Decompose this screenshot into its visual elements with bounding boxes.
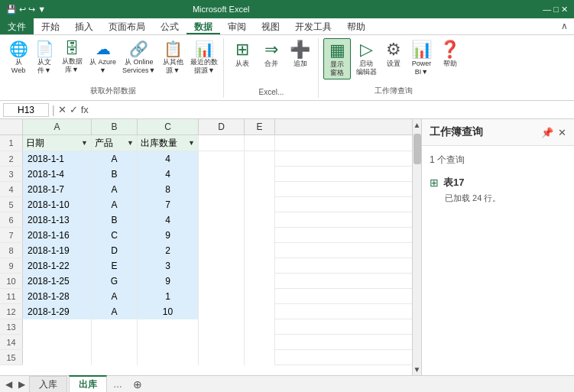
cell[interactable] <box>199 182 245 197</box>
btn-powerbi[interactable]: 📊 PowerBI▼ <box>407 38 435 78</box>
cell[interactable] <box>199 167 245 182</box>
dropdown-arrow-c[interactable]: ▼ <box>188 135 195 151</box>
tab-file[interactable]: 文件 <box>0 18 34 34</box>
cell[interactable]: D <box>92 243 138 258</box>
cell-b1[interactable]: 产品 ▼ <box>92 135 138 151</box>
cell[interactable]: C <box>92 228 138 243</box>
sheet-nav-prev[interactable]: ◀ <box>3 379 15 390</box>
cell[interactable]: 4 <box>138 212 199 228</box>
cell[interactable]: 2018-1-13 <box>23 212 92 228</box>
ribbon-collapse[interactable]: ∧ <box>555 18 574 34</box>
cell[interactable] <box>92 319 138 335</box>
tab-formula[interactable]: 公式 <box>153 18 186 34</box>
cell[interactable]: 7 <box>138 197 199 212</box>
scroll-thumb[interactable] <box>413 134 421 164</box>
cell[interactable]: A <box>92 197 138 212</box>
cell-c1[interactable]: 出库数量 ▼ <box>138 135 199 151</box>
cell[interactable]: G <box>92 274 138 289</box>
cell[interactable] <box>138 335 199 350</box>
btn-settings[interactable]: ⚙ 设置 <box>381 38 406 70</box>
cell[interactable]: A <box>92 289 138 304</box>
btn-show-pane[interactable]: ▦ 显示窗格 <box>323 38 351 79</box>
btn-table[interactable]: ⊞ 从表 <box>229 38 256 70</box>
insert-function-icon[interactable]: fx <box>81 104 89 115</box>
btn-file[interactable]: 📄 从文件▼ <box>32 38 57 76</box>
cell-ref-input[interactable] <box>3 103 49 117</box>
cell[interactable] <box>245 319 275 335</box>
btn-online[interactable]: 🔗 从 OnlineServices▼ <box>120 38 157 76</box>
tab-ruku[interactable]: 入库 <box>29 376 67 393</box>
cell[interactable]: 2018-1-22 <box>23 258 92 274</box>
cell[interactable]: 10 <box>138 304 199 319</box>
cell[interactable]: A <box>92 182 138 197</box>
cell[interactable]: 2018-1-28 <box>23 289 92 304</box>
cell[interactable] <box>199 274 245 289</box>
cell[interactable] <box>138 350 199 365</box>
cell[interactable] <box>92 335 138 350</box>
tab-chuku[interactable]: 出库 <box>69 375 107 392</box>
confirm-icon[interactable]: ✓ <box>70 104 78 115</box>
cancel-icon[interactable]: ✕ <box>58 104 66 115</box>
cell-e1[interactable] <box>245 135 275 151</box>
cell[interactable] <box>199 304 245 319</box>
cell[interactable]: E <box>92 258 138 274</box>
cell[interactable] <box>245 304 275 319</box>
cell-a1[interactable]: 日期 ▼ <box>23 135 92 151</box>
tab-add[interactable]: ⊕ <box>128 377 147 392</box>
cell[interactable] <box>245 182 275 197</box>
cell[interactable]: 2018-1-7 <box>23 182 92 197</box>
cell[interactable]: 9 <box>138 274 199 289</box>
cell[interactable] <box>199 228 245 243</box>
btn-db[interactable]: 🗄 从数据库▼ <box>58 38 86 76</box>
btn-azure[interactable]: ☁ 从 Azure▼ <box>87 38 118 76</box>
cell[interactable] <box>245 228 275 243</box>
col-header-a[interactable]: A <box>23 119 92 134</box>
cell[interactable]: 8 <box>138 182 199 197</box>
btn-other[interactable]: 📋 从其他源▼ <box>159 38 186 76</box>
cell[interactable] <box>92 350 138 365</box>
cell[interactable] <box>199 212 245 228</box>
cell[interactable]: 1 <box>138 289 199 304</box>
panel-pin-icon[interactable]: 📌 <box>541 127 553 138</box>
cell[interactable]: 2018-1-10 <box>23 197 92 212</box>
btn-start-editor[interactable]: ▷ 启动编辑器 <box>352 38 380 78</box>
cell[interactable] <box>199 258 245 274</box>
window-controls[interactable]: — □ ✕ <box>543 5 568 15</box>
cell[interactable] <box>245 167 275 182</box>
tab-home[interactable]: 开始 <box>34 18 67 34</box>
cell[interactable]: 3 <box>138 258 199 274</box>
cell[interactable]: 2 <box>138 243 199 258</box>
cell[interactable] <box>245 335 275 350</box>
btn-merge[interactable]: ⇒ 合并 <box>259 38 284 70</box>
cell[interactable]: 2018-1-19 <box>23 243 92 258</box>
cell[interactable] <box>23 319 92 335</box>
dropdown-arrow-a[interactable]: ▼ <box>81 135 88 151</box>
cell[interactable]: B <box>92 167 138 182</box>
tab-layout[interactable]: 页面布局 <box>101 18 153 34</box>
dropdown-arrow-b[interactable]: ▼ <box>127 135 134 151</box>
btn-append[interactable]: ➕ 追加 <box>287 38 313 70</box>
cell[interactable] <box>245 197 275 212</box>
formula-input[interactable] <box>92 105 571 115</box>
btn-help[interactable]: ❓ 帮助 <box>436 38 463 70</box>
col-header-e[interactable]: E <box>245 119 275 134</box>
cell[interactable] <box>245 258 275 274</box>
tab-more[interactable]: … <box>109 377 127 391</box>
cell[interactable]: 2018-1-25 <box>23 274 92 289</box>
cell[interactable]: A <box>92 151 138 167</box>
cell[interactable] <box>199 350 245 365</box>
tab-review[interactable]: 审阅 <box>220 18 254 34</box>
cell[interactable] <box>199 243 245 258</box>
cell[interactable] <box>245 350 275 365</box>
cell-d1[interactable] <box>199 135 245 151</box>
cell[interactable] <box>199 319 245 335</box>
cell[interactable]: 2018-1-16 <box>23 228 92 243</box>
cell[interactable] <box>245 151 275 167</box>
col-header-b[interactable]: B <box>92 119 138 134</box>
panel-table-item[interactable]: ⊞ 表17 <box>430 173 566 193</box>
tab-view[interactable]: 视图 <box>254 18 287 34</box>
tab-data[interactable]: 数据 <box>186 18 220 34</box>
panel-close-icon[interactable]: ✕ <box>558 127 566 138</box>
cell[interactable]: 4 <box>138 151 199 167</box>
col-header-d[interactable]: D <box>199 119 245 134</box>
